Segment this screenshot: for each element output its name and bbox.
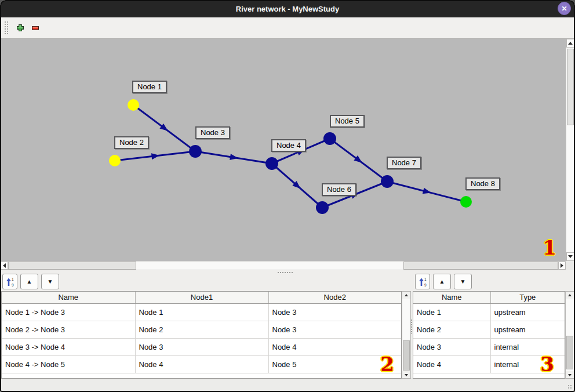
table-cell[interactable]: internal [490,338,565,355]
table-cell[interactable]: internal [490,355,565,373]
titlebar[interactable]: River network - MyNewStudy ✕ [0,0,575,17]
network-node[interactable] [316,201,329,214]
table-row[interactable]: Node 1upstream [413,303,565,321]
vertical-scroll-thumb[interactable] [403,340,410,371]
horizontal-scroll-segment-left[interactable] [8,262,136,270]
links-table-container: NameNode1Node2Node 1 -> Node 3Node 1Node… [1,291,402,379]
vertical-scroll-thumb[interactable] [566,336,573,369]
network-node[interactable] [189,145,202,158]
sort-ascending-icon: 1 9 [5,277,14,287]
table-cell[interactable]: Node 2 [413,321,490,338]
edge-arrowhead [230,154,238,160]
add-link-button[interactable] [13,20,28,36]
table-row[interactable]: Node 3internal [413,338,565,355]
close-icon: ✕ [561,5,567,12]
table-row[interactable]: Node 1 -> Node 3Node 1Node 3 [2,303,401,321]
nodes-table-toolbar: 1 9 ▲ ▼ [415,274,472,289]
move-up-button[interactable]: ▲ [433,274,451,289]
vertical-scroll-thumb[interactable] [567,49,574,125]
up-arrow-icon: ▲ [27,278,32,285]
network-node[interactable] [460,196,472,208]
toolbar-drag-handle[interactable] [4,21,9,35]
table-cell[interactable]: Node 1 [413,303,490,321]
move-down-button[interactable]: ▼ [41,274,59,289]
triangle-up-icon [405,292,408,296]
scroll-left-button[interactable] [1,262,8,270]
triangle-down-icon [405,374,408,378]
table-cell[interactable]: Node 5 [268,355,401,373]
node-label[interactable]: Node 3 [195,126,230,139]
node-label[interactable]: Node 1 [132,81,167,93]
scroll-right-button[interactable] [558,262,566,270]
table-cell[interactable]: Node 3 -> Node 4 [2,338,135,355]
nodes-table-scrollbar[interactable] [565,291,574,379]
table-row[interactable]: Node 3 -> Node 4Node 3Node 4 [2,338,401,355]
node-label[interactable]: Node 2 [114,136,149,149]
move-down-button[interactable]: ▼ [454,274,472,289]
scroll-up-button[interactable] [402,292,410,299]
remove-link-button[interactable] [28,20,43,36]
node-label[interactable]: Node 8 [465,177,500,190]
table-row[interactable]: Node 2 -> Node 3Node 2Node 3 [2,321,401,338]
network-node[interactable] [109,155,121,166]
column-header[interactable]: Name [413,292,490,303]
triangle-right-icon [561,263,566,268]
horizontal-scroll-segment-right[interactable] [403,262,558,270]
network-canvas[interactable]: Node 1Node 2Node 3Node 4Node 5Node 6Node… [1,39,566,261]
table-cell[interactable]: Node 3 [413,338,490,355]
scrollbar-corner [566,261,574,270]
table-cell[interactable]: Node 2 -> Node 3 [2,321,135,338]
node-label[interactable]: Node 6 [322,183,356,196]
svg-text:1: 1 [12,277,14,281]
table-row[interactable]: Node 4 -> Node 5Node 4Node 5 [2,355,401,373]
table-toolbars-row: 1 9 ▲ ▼ 1 9 ▲ ▼ [0,270,575,291]
splitter-handle[interactable] [277,271,293,274]
column-header[interactable]: Type [490,292,565,303]
resize-grip[interactable] [567,384,573,390]
column-header[interactable]: Node1 [135,292,268,303]
network-node[interactable] [323,132,336,145]
column-header[interactable]: Node2 [268,292,401,303]
down-arrow-icon: ▼ [460,278,466,285]
node-label[interactable]: Node 4 [271,139,306,152]
table-row[interactable]: Node 2upstream [413,321,565,338]
move-up-button[interactable]: ▲ [20,274,38,289]
sort-button[interactable]: 1 9 [415,274,430,289]
table-cell[interactable]: Node 2 [135,321,268,338]
table-cell[interactable]: Node 1 -> Node 3 [2,303,135,321]
table-cell[interactable]: upstream [490,321,565,338]
table-cell[interactable]: Node 4 [413,355,490,373]
svg-text:9: 9 [424,283,427,287]
canvas-vertical-scrollbar[interactable] [566,39,574,261]
table-cell[interactable]: Node 3 [268,321,401,338]
table-row[interactable]: Node 4internal [413,355,565,373]
scroll-down-button[interactable] [566,371,574,378]
sort-button[interactable]: 1 9 [2,274,17,289]
node-label[interactable]: Node 7 [387,157,421,169]
table-cell[interactable]: Node 3 [135,338,268,355]
table-cell[interactable]: upstream [490,303,565,321]
canvas-horizontal-scrollbar[interactable] [1,261,566,270]
links-table: NameNode1Node2Node 1 -> Node 3Node 1Node… [2,292,401,373]
table-cell[interactable]: Node 3 [268,303,401,321]
triangle-down-icon [568,255,573,260]
scroll-up-button[interactable] [566,39,574,48]
table-cell[interactable]: Node 1 [135,303,268,321]
close-button[interactable]: ✕ [558,2,571,15]
window-title: River network - MyNewStudy [236,5,339,13]
scroll-down-button[interactable] [566,252,574,261]
network-node[interactable] [265,157,278,170]
table-cell[interactable]: Node 4 -> Node 5 [2,355,135,373]
network-node[interactable] [128,99,139,111]
main-toolbar [0,17,575,39]
node-label[interactable]: Node 5 [330,115,365,128]
status-bar [0,379,575,392]
scroll-down-button[interactable] [402,371,410,378]
column-header[interactable]: Name [2,292,135,303]
network-node[interactable] [381,175,394,188]
table-cell[interactable]: Node 4 [135,355,268,373]
links-table-toolbar: 1 9 ▲ ▼ [2,274,59,289]
links-table-scrollbar[interactable] [402,291,411,379]
table-cell[interactable]: Node 4 [268,338,401,355]
scroll-up-button[interactable] [566,292,574,299]
